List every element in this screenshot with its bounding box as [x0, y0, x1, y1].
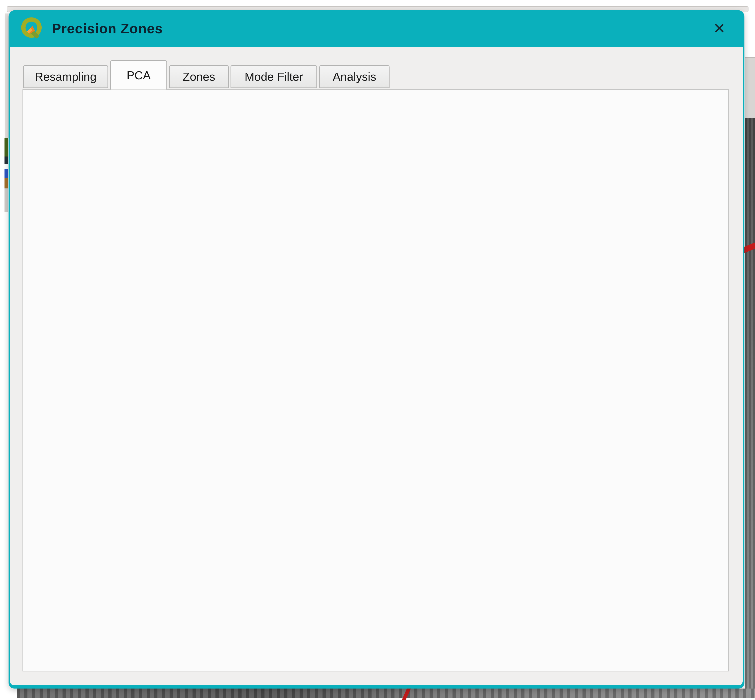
precision-zones-dialog: Precision Zones ✕ Resampling PCA Zones M…	[9, 10, 744, 689]
background-left-fragment	[5, 178, 8, 188]
dialog-body: Resampling PCA Zones Mode Filter Analysi…	[10, 47, 742, 685]
tab-resampling[interactable]: Resampling	[23, 65, 108, 88]
pca-tab-pane	[22, 89, 729, 672]
background-left-fragment	[5, 169, 8, 178]
background-left-fragment	[5, 156, 8, 164]
close-icon: ✕	[713, 20, 725, 37]
tab-mode-filter[interactable]: Mode Filter	[231, 65, 317, 88]
background-map-strip-right	[745, 118, 755, 697]
tab-analysis[interactable]: Analysis	[319, 65, 389, 88]
background-left-fragment	[5, 138, 8, 156]
screenshot-page: Precision Zones ✕ Resampling PCA Zones M…	[0, 0, 755, 700]
background-left-band	[5, 14, 9, 138]
background-left-fragment	[5, 188, 8, 212]
tab-pca[interactable]: PCA	[110, 60, 167, 89]
close-button[interactable]: ✕	[706, 10, 733, 47]
background-map-strip-bottom	[17, 689, 755, 698]
background-panel-strip	[745, 57, 755, 119]
tab-zones[interactable]: Zones	[169, 65, 229, 88]
window-titlebar[interactable]: Precision Zones ✕	[9, 10, 744, 47]
qgis-logo-icon	[19, 16, 45, 41]
window-title: Precision Zones	[52, 10, 163, 47]
